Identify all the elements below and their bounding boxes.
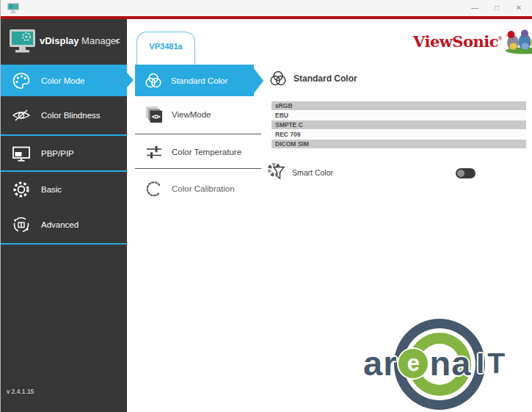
active-item-arrow xyxy=(127,73,134,87)
submenu-item-color-calibration[interactable]: Color Calibration xyxy=(135,176,254,201)
color-preset-list: sRGB EBU SMPTE C REC 709 DICOM SIM xyxy=(272,101,526,149)
eye-slash-icon xyxy=(12,106,31,125)
viewsonic-logo: ViewSonic® xyxy=(413,28,532,54)
vdisplay-monitor-icon xyxy=(9,29,36,54)
sidebar-item-color-blindness[interactable]: Color Blindness xyxy=(1,96,127,134)
submenu-item-label: Standard Color xyxy=(171,76,227,85)
venn-circles-icon xyxy=(145,72,162,90)
smart-color-row: Smart Color xyxy=(268,163,333,181)
submenu-divider xyxy=(135,134,261,134)
app-title-secondary: Manager xyxy=(81,35,119,46)
toggle-knob xyxy=(457,170,464,177)
arena-e-badge: e xyxy=(398,349,428,378)
sliders-icon xyxy=(145,143,163,161)
arenait-watermark: ar e na IT xyxy=(338,314,532,412)
sidebar-collapse-chevron-icon[interactable]: < xyxy=(115,36,120,46)
device-tab-vp3481a[interactable]: VP3481a xyxy=(136,32,195,65)
vdisplay-manager-window: — □ ✕ vDisplay Manager < xyxy=(0,0,532,412)
content-heading-label: Standard Color xyxy=(294,73,357,84)
gear-icon xyxy=(12,180,31,199)
sidebar-item-label: Basic xyxy=(41,185,62,194)
arena-pre: ar xyxy=(363,343,397,383)
app-title-primary: vDisplay xyxy=(40,35,79,46)
registered-mark: ® xyxy=(498,36,502,41)
sidebar-header: vDisplay Manager < xyxy=(1,19,127,65)
color-preset-rec-709[interactable]: REC 709 xyxy=(272,130,526,139)
app-monitor-icon xyxy=(7,2,20,14)
dotted-c-icon xyxy=(145,180,163,198)
viewsonic-name: ViewSonic xyxy=(413,32,498,51)
arena-it: IT xyxy=(476,347,508,380)
sidebar-item-color-mode[interactable]: Color Mode xyxy=(1,65,127,96)
palette-icon xyxy=(12,71,31,90)
active-submenu-arrow xyxy=(254,68,263,93)
color-funnel-icon xyxy=(268,163,286,181)
submenu-item-label: Color Calibration xyxy=(172,184,235,193)
monitor-pbp-icon xyxy=(12,144,31,163)
viewsonic-finches-icon xyxy=(505,26,532,54)
sidebar-item-label: PBP/PIP xyxy=(41,149,74,158)
refresh-box-icon xyxy=(12,215,31,234)
submenu-item-label: Color Temperature xyxy=(172,148,241,156)
maximize-button[interactable]: □ xyxy=(486,0,508,16)
submenu-divider xyxy=(135,168,261,169)
submenu-item-standard-color[interactable]: Standard Color xyxy=(135,65,254,96)
arena-post: na xyxy=(429,343,471,383)
app-title: vDisplay Manager xyxy=(40,35,119,46)
sidebar-divider xyxy=(1,243,127,245)
sidebar-item-advanced[interactable]: Advanced xyxy=(1,206,127,243)
sidebar-item-label: Color Blindness xyxy=(41,111,101,120)
submenu-item-color-temperature[interactable]: Color Temperature xyxy=(135,138,254,166)
smart-color-toggle[interactable] xyxy=(456,168,475,178)
layers-eye-icon xyxy=(145,106,163,123)
sidebar-item-label: Color Mode xyxy=(41,76,84,85)
minimize-button[interactable]: — xyxy=(464,0,486,16)
content-heading: Standard Color xyxy=(269,70,357,87)
venn-circles-icon xyxy=(269,70,287,87)
submenu-item-label: ViewMode xyxy=(172,110,211,119)
color-preset-ebu[interactable]: EBU xyxy=(272,111,526,120)
color-preset-smpte-c[interactable]: SMPTE C xyxy=(272,120,526,129)
color-preset-dicom-sim[interactable]: DICOM SIM xyxy=(272,140,526,148)
sidebar: vDisplay Manager < Color Mode Color xyxy=(1,19,127,412)
color-preset-srgb[interactable]: sRGB xyxy=(272,101,526,110)
smart-color-label: Smart Color xyxy=(292,168,333,177)
submenu-item-viewmode[interactable]: ViewMode xyxy=(135,101,254,129)
sidebar-item-label: Advanced xyxy=(41,220,79,229)
close-button[interactable]: ✕ xyxy=(508,0,530,16)
viewsonic-wordmark: ViewSonic® xyxy=(413,28,502,53)
sidebar-item-basic[interactable]: Basic xyxy=(1,172,127,206)
sidebar-item-pbp-pip[interactable]: PBP/PIP xyxy=(1,136,127,170)
app-version: v 2.4.1.15 xyxy=(7,388,34,395)
titlebar[interactable]: — □ ✕ xyxy=(1,0,532,16)
window-controls: — □ ✕ xyxy=(464,0,530,16)
arenait-wordmark: ar e na IT xyxy=(338,314,532,412)
